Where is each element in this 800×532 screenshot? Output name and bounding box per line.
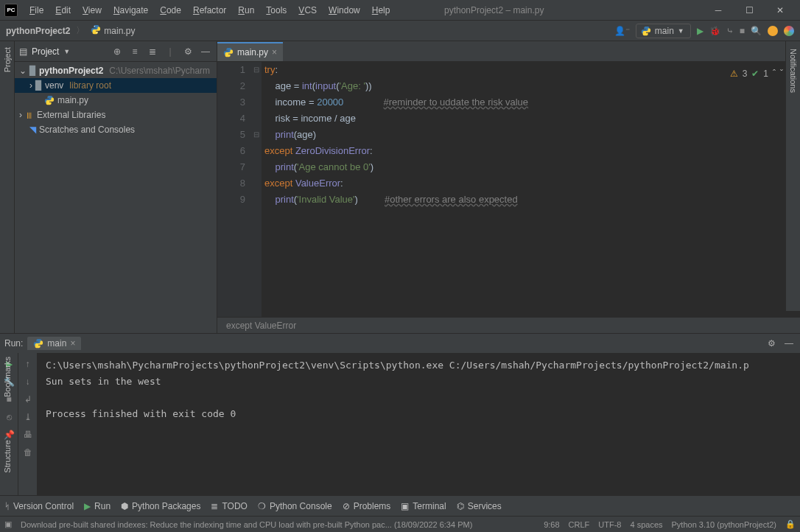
menu-code[interactable]: Code <box>154 5 187 15</box>
print-icon[interactable]: 🖶 <box>24 430 32 440</box>
run-config-selector[interactable]: main ▼ <box>636 24 691 38</box>
packages-tool-button[interactable]: ⬢Python Packages <box>121 501 200 511</box>
notifications-tool-button[interactable]: Notifications <box>789 46 798 96</box>
breadcrumb-file[interactable]: main.py <box>104 26 135 36</box>
hide-panel-icon[interactable]: — <box>199 45 212 58</box>
editor: main.py × ⋮ 123456789 ⊟⊟ ⚠3 ✔1 ˆ ˇ try: … <box>217 41 800 333</box>
code-with-me-icon[interactable] <box>784 26 794 36</box>
editor-tab[interactable]: main.py × <box>217 42 283 61</box>
ide-update-icon[interactable] <box>768 26 778 36</box>
soft-wrap-icon[interactable]: ↲ <box>24 394 32 405</box>
expand-all-icon[interactable]: ≡ <box>128 45 141 58</box>
menu-view[interactable]: View <box>77 5 108 15</box>
menu-edit[interactable]: Edit <box>49 5 77 15</box>
file-encoding[interactable]: UTF-8 <box>598 520 621 529</box>
minimize-button[interactable]: ─ <box>703 0 734 21</box>
todo-icon: ≣ <box>211 501 218 511</box>
close-run-tab-icon[interactable]: × <box>70 338 75 349</box>
todo-tool-button[interactable]: ≣TODO <box>211 501 247 511</box>
quick-access-icon[interactable]: ▣ <box>4 519 12 529</box>
ok-icon: ✔ <box>751 66 759 82</box>
line-separator[interactable]: CRLF <box>569 520 590 529</box>
debug-button[interactable]: 🐞 <box>709 26 720 36</box>
tree-root[interactable]: ⌄ ▉ pythonProject2 C:\Users\mshah\Pychar… <box>15 63 217 78</box>
stop-button[interactable]: ■ <box>740 26 745 36</box>
caret-position[interactable]: 9:68 <box>544 520 559 529</box>
collapse-all-icon[interactable]: ≣ <box>146 45 159 58</box>
breadcrumb[interactable]: pythonProject2 〉 main.py <box>6 24 135 37</box>
add-user-icon[interactable]: 👤⁻ <box>614 26 630 36</box>
services-tool-button[interactable]: ⌬Services <box>457 501 502 511</box>
problems-tool-button[interactable]: ⊘Problems <box>343 501 391 511</box>
menu-navigate[interactable]: Navigate <box>108 5 154 15</box>
scroll-end-icon[interactable]: ⤓ <box>24 412 32 422</box>
run-button[interactable]: ▶ <box>697 26 703 36</box>
code-line[interactable]: print(age) <box>264 127 800 143</box>
run-tab[interactable]: main × <box>27 337 81 350</box>
vcs-tool-button[interactable]: ᛋVersion Control <box>4 501 74 511</box>
code-line[interactable]: age = int(input('Age: ')) <box>264 78 800 94</box>
bottom-tool-bar: ᛋVersion Control ▶Run ⬢Python Packages ≣… <box>0 495 800 516</box>
search-icon[interactable]: 🔍 <box>751 26 762 36</box>
maximize-button[interactable]: ☐ <box>734 0 765 21</box>
code-content[interactable]: ⚠3 ✔1 ˆ ˇ try: age = int(input('Age: '))… <box>262 62 800 317</box>
code-line[interactable]: print('Age cannot be 0') <box>264 159 800 175</box>
up-icon[interactable]: ↑ <box>26 359 30 369</box>
down-icon[interactable]: ↓ <box>26 377 30 387</box>
lock-icon[interactable]: 🔒 <box>785 519 796 529</box>
project-tool-button[interactable]: Project <box>3 44 12 75</box>
locate-icon[interactable]: ⊕ <box>110 45 124 58</box>
status-message[interactable]: Download pre-built shared indexes: Reduc… <box>21 520 535 529</box>
chevron-down-icon[interactable]: ⌄ <box>19 66 27 76</box>
tree-scratches[interactable]: ◥ Scratches and Consoles <box>15 122 217 137</box>
close-tab-icon[interactable]: × <box>272 47 277 57</box>
console-output[interactable]: C:\Users\mshah\PycharmProjects\pythonPro… <box>37 353 800 495</box>
indent-info[interactable]: 4 spaces <box>630 520 662 529</box>
tree-item-label: External Libraries <box>37 110 105 120</box>
menu-file[interactable]: File <box>24 5 49 15</box>
project-tree[interactable]: ⌄ ▉ pythonProject2 C:\Users\mshah\Pychar… <box>15 62 217 333</box>
hide-run-panel-icon[interactable]: — <box>782 337 796 350</box>
menu-refactor[interactable]: Refactor <box>187 5 232 15</box>
bookmarks-tool-button[interactable]: Bookmarks <box>3 354 12 400</box>
code-line[interactable]: risk = income / age <box>264 111 800 127</box>
run-tool-button[interactable]: ▶Run <box>84 501 110 511</box>
project-panel: ▤ Project ▼ ⊕ ≡ ≣ | ⚙ — ⌄ ▉ pythonProjec… <box>15 41 217 333</box>
tree-item-label: Scratches and Consoles <box>39 125 135 135</box>
python-file-icon <box>91 24 101 37</box>
next-highlight-icon[interactable]: ˇ <box>780 66 783 82</box>
code-area[interactable]: 123456789 ⊟⊟ ⚠3 ✔1 ˆ ˇ try: age = int(in… <box>217 62 800 317</box>
code-line[interactable]: try: <box>264 62 800 78</box>
tree-external[interactable]: › ⫼ External Libraries <box>15 108 217 122</box>
svg-point-1 <box>97 32 97 33</box>
coverage-button[interactable]: ⤷ <box>726 26 734 36</box>
python-file-icon <box>223 47 234 57</box>
fold-gutter[interactable]: ⊟⊟ <box>251 62 262 317</box>
run-settings-icon[interactable]: ⚙ <box>765 337 778 350</box>
tool-label: Python Packages <box>132 501 200 511</box>
python-console-tool-button[interactable]: ❍Python Console <box>258 501 332 511</box>
chevron-right-icon[interactable]: › <box>19 110 22 120</box>
prev-highlight-icon[interactable]: ˆ <box>773 66 776 82</box>
code-line[interactable]: income = 20000 #reminder to uddate the r… <box>264 94 800 111</box>
tree-venv[interactable]: › ▉ venv library root <box>15 78 217 93</box>
menu-run[interactable]: Run <box>232 5 260 15</box>
tree-main-file[interactable]: main.py <box>15 93 217 108</box>
package-icon: ⬢ <box>121 501 128 511</box>
inspection-widget[interactable]: ⚠3 ✔1 ˆ ˇ <box>728 65 785 83</box>
terminal-tool-button[interactable]: ▣Terminal <box>401 501 446 511</box>
chevron-right-icon[interactable]: › <box>29 80 32 91</box>
python-sdk[interactable]: Python 3.10 (pythonProject2) <box>672 520 776 529</box>
view-mode-dropdown-icon[interactable]: ▼ <box>63 48 70 55</box>
line-gutter[interactable]: 123456789 <box>217 62 251 317</box>
code-line[interactable]: except ZeroDivisionError: <box>264 143 800 159</box>
code-line[interactable]: except ValueError: <box>264 175 800 192</box>
close-button[interactable]: ✕ <box>765 0 796 21</box>
structure-tool-button[interactable]: Structure <box>3 437 12 476</box>
editor-tab-label: main.py <box>237 47 268 57</box>
clear-icon[interactable]: 🗑 <box>24 447 32 458</box>
breadcrumb-project[interactable]: pythonProject2 <box>6 26 70 36</box>
run-tab-label: main <box>47 338 66 349</box>
code-line[interactable]: print('Invalid Value') #other errors are… <box>264 192 800 208</box>
settings-icon[interactable]: ⚙ <box>181 45 194 58</box>
